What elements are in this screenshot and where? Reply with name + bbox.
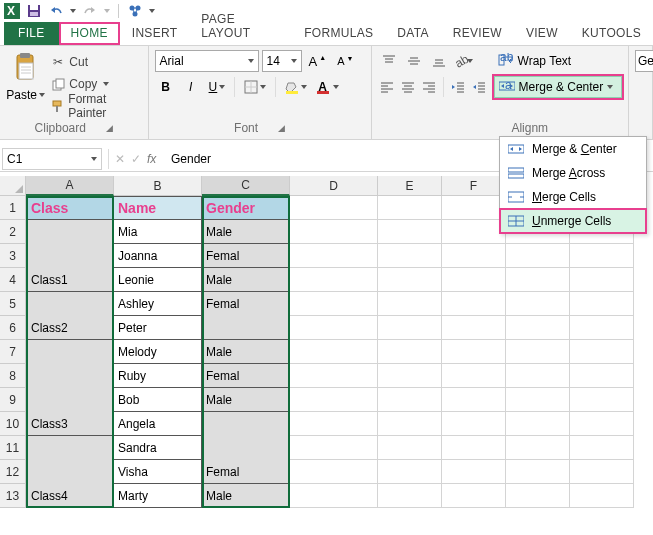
menu-unmerge-cells[interactable]: Unmerge Cells (500, 209, 646, 233)
cell[interactable]: Sandra (114, 436, 202, 460)
cell[interactable] (570, 484, 634, 508)
cell[interactable] (290, 436, 378, 460)
cell[interactable] (290, 196, 378, 220)
cell[interactable]: Visha (114, 460, 202, 484)
cell[interactable] (442, 196, 506, 220)
cell[interactable] (506, 316, 570, 340)
font-size-combo[interactable]: 14 (262, 50, 302, 72)
cell[interactable] (506, 484, 570, 508)
decrease-font-button[interactable]: A▼ (333, 50, 357, 72)
cell[interactable] (378, 244, 442, 268)
redo-dropdown-icon[interactable] (104, 9, 110, 13)
cell[interactable] (570, 340, 634, 364)
tab-formulas[interactable]: FORMULAS (292, 22, 385, 45)
cell[interactable] (378, 436, 442, 460)
copy-button[interactable]: Copy (47, 74, 141, 94)
row-header[interactable]: 4 (0, 268, 26, 292)
cell[interactable] (442, 316, 506, 340)
cell[interactable] (378, 412, 442, 436)
cell[interactable] (202, 436, 290, 460)
undo-dropdown-icon[interactable] (70, 9, 76, 13)
cell[interactable] (442, 436, 506, 460)
cell[interactable]: Femal (202, 364, 290, 388)
cell[interactable]: Peter (114, 316, 202, 340)
cell[interactable]: Male (202, 340, 290, 364)
cell[interactable] (506, 388, 570, 412)
bold-button[interactable]: B (155, 76, 177, 98)
cell[interactable] (290, 292, 378, 316)
font-color-button[interactable]: A (314, 76, 343, 98)
cell[interactable]: Male (202, 484, 290, 508)
undo-icon[interactable] (48, 3, 64, 19)
row-header[interactable]: 9 (0, 388, 26, 412)
cell[interactable] (26, 340, 114, 364)
paste-button[interactable] (9, 52, 43, 86)
name-box[interactable]: C1 (2, 148, 102, 170)
row-header[interactable]: 5 (0, 292, 26, 316)
align-left-button[interactable] (378, 76, 396, 98)
cell[interactable] (378, 388, 442, 412)
border-button[interactable] (240, 76, 270, 98)
cell[interactable] (378, 196, 442, 220)
qat-customize-icon[interactable] (149, 9, 155, 13)
align-right-button[interactable] (420, 76, 438, 98)
row-header[interactable]: 11 (0, 436, 26, 460)
cell[interactable]: Joanna (114, 244, 202, 268)
cell[interactable] (506, 412, 570, 436)
cell[interactable] (378, 292, 442, 316)
merge-center-button[interactable]: a Merge & Center (494, 76, 622, 98)
cell[interactable] (290, 412, 378, 436)
tab-data[interactable]: DATA (385, 22, 440, 45)
redo-icon[interactable] (82, 3, 98, 19)
cell[interactable] (570, 460, 634, 484)
cell[interactable]: Mia (114, 220, 202, 244)
cell[interactable] (506, 292, 570, 316)
cell[interactable]: Male (202, 220, 290, 244)
italic-button[interactable]: I (180, 76, 202, 98)
align-center-button[interactable] (399, 76, 417, 98)
row-header[interactable]: 2 (0, 220, 26, 244)
font-name-combo[interactable]: Arial (155, 50, 259, 72)
cell[interactable]: Angela (114, 412, 202, 436)
cell[interactable] (570, 316, 634, 340)
cell[interactable] (26, 244, 114, 268)
kutools-qat-icon[interactable] (127, 3, 143, 19)
tab-kutools[interactable]: KUTOOLS (570, 22, 653, 45)
col-header-e[interactable]: E (378, 176, 442, 196)
cell[interactable]: Femal (202, 460, 290, 484)
underline-button[interactable]: U (205, 76, 230, 98)
cell[interactable]: Class1 (26, 268, 114, 292)
increase-indent-button[interactable] (470, 76, 488, 98)
menu-merge-cells[interactable]: Merge Cells (500, 185, 646, 209)
cell[interactable] (26, 364, 114, 388)
cell[interactable] (442, 268, 506, 292)
cell[interactable]: Melody (114, 340, 202, 364)
cell[interactable] (442, 364, 506, 388)
cell[interactable] (378, 484, 442, 508)
cell[interactable] (290, 484, 378, 508)
cell[interactable] (442, 340, 506, 364)
cell[interactable] (506, 340, 570, 364)
col-header-f[interactable]: F (442, 176, 506, 196)
orientation-button[interactable]: ab (453, 50, 475, 72)
format-painter-button[interactable]: Format Painter (47, 96, 141, 116)
tab-insert[interactable]: INSERT (120, 22, 190, 45)
cell[interactable] (26, 388, 114, 412)
cell[interactable] (570, 268, 634, 292)
cell[interactable] (378, 268, 442, 292)
number-format-combo[interactable]: Ge (635, 50, 653, 72)
save-icon[interactable] (26, 3, 42, 19)
tab-review[interactable]: REVIEW (441, 22, 514, 45)
cell[interactable]: Gender (202, 196, 290, 220)
cell[interactable] (290, 220, 378, 244)
cell[interactable] (442, 292, 506, 316)
cell[interactable]: Class3 (26, 412, 114, 436)
cell[interactable] (442, 220, 506, 244)
row-header[interactable]: 12 (0, 460, 26, 484)
cell[interactable] (570, 292, 634, 316)
row-header[interactable]: 13 (0, 484, 26, 508)
cell[interactable]: Bob (114, 388, 202, 412)
increase-font-button[interactable]: A▲ (305, 50, 331, 72)
cell[interactable] (378, 364, 442, 388)
cell[interactable] (290, 460, 378, 484)
